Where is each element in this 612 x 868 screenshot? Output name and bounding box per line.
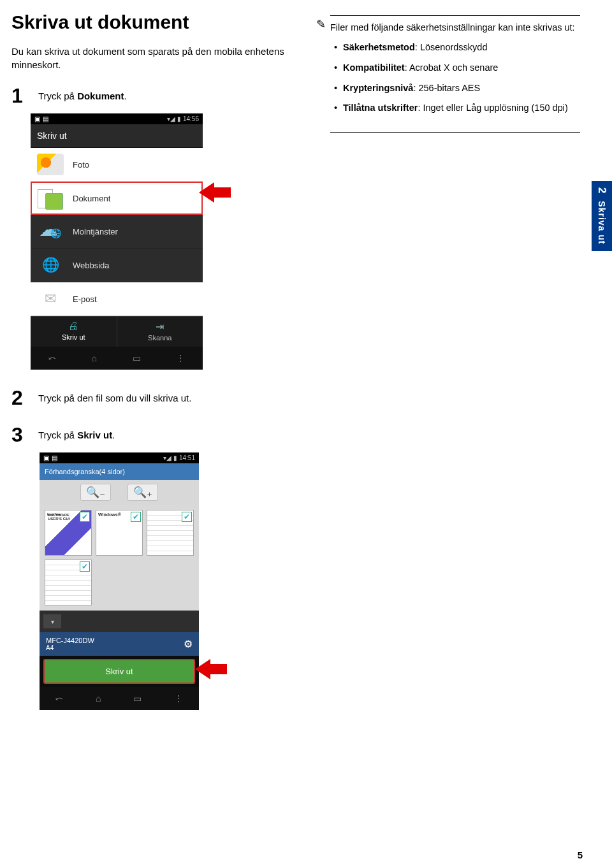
- phone1-item-dokument[interactable]: Dokument: [31, 182, 203, 215]
- step-3: 3 Tryck på Skriv ut.: [11, 424, 580, 445]
- status-app-icon: ▤: [43, 115, 48, 122]
- status-time: 14:56: [183, 115, 199, 122]
- gear-icon[interactable]: ⚙: [184, 638, 193, 650]
- phone2-thumb-3[interactable]: ✔: [147, 510, 194, 556]
- note-box: ✎ Filer med följande säkerhetsinställnin…: [330, 15, 580, 133]
- phone2-statusbar: ▣ ▤ ▾◢ ▮ 14:51: [40, 452, 199, 463]
- side-tab: 2 Skriva ut: [592, 181, 612, 251]
- photo-icon: [37, 154, 64, 175]
- phone1-item-dokument-label: Dokument: [73, 194, 110, 203]
- status-app-icon: ▤: [52, 454, 57, 461]
- svg-marker-0: [199, 182, 231, 203]
- battery-icon: ▮: [177, 115, 181, 122]
- note-heading: Filer med följande säkerhetsinställninga…: [330, 21, 580, 34]
- phone2-device-name: MFC-J4420DW: [46, 637, 94, 644]
- step-1-text: Tryck på Dokument.: [38, 85, 127, 106]
- printer-icon: 🖨: [31, 321, 117, 332]
- svg-marker-1: [195, 659, 227, 679]
- checkmark-icon: ✔: [80, 561, 90, 572]
- phone1-statusbar: ▣ ▤ ▾◢ ▮ 14:56: [31, 113, 203, 124]
- step-3-number: 3: [11, 424, 31, 445]
- zoom-out-icon[interactable]: 🔍₋: [80, 484, 111, 501]
- android-recent-icon[interactable]: ▭: [133, 693, 142, 704]
- step-3-text: Tryck på Skriv ut.: [38, 424, 115, 445]
- phone1-item-webb-label: Webbsida: [73, 261, 110, 270]
- android-recent-icon[interactable]: ▭: [133, 353, 141, 363]
- mail-icon: ✉: [37, 287, 64, 310]
- status-time: 14:51: [179, 454, 195, 461]
- phone1-item-foto-label: Foto: [73, 160, 89, 170]
- phone2-header: Förhandsgranska(4 sidor): [40, 463, 199, 480]
- phone2-paper-size: A4: [46, 644, 94, 651]
- phone2-device-bar[interactable]: MFC-J4420DW A4 ⚙: [40, 632, 199, 656]
- phone2-dropdown[interactable]: ▾: [43, 614, 61, 628]
- intro-text: Du kan skriva ut dokument som sparats på…: [11, 45, 305, 71]
- side-tab-label: Skriva ut: [597, 201, 607, 244]
- step-2-text: Tryck på den fil som du vill skriva ut.: [38, 387, 191, 408]
- document-icon: [38, 188, 63, 208]
- checkmark-icon: ✔: [80, 512, 90, 522]
- phone1-item-epost[interactable]: ✉ E-post: [31, 282, 203, 316]
- cloud-icon: [38, 222, 63, 241]
- side-tab-number: 2: [595, 187, 608, 194]
- page-number: 5: [578, 850, 583, 860]
- checkmark-icon: ✔: [182, 512, 192, 522]
- note-item-4: Tillåtna utskrifter: Inget eller Låg upp…: [343, 101, 580, 115]
- phone2-print-button[interactable]: Skriv ut: [43, 659, 195, 684]
- phone2-thumb-2[interactable]: ✔: [96, 510, 143, 556]
- step-1: 1 Tryck på Dokument.: [11, 85, 305, 106]
- phone1-item-webb[interactable]: 🌐 Webbsida: [31, 249, 203, 282]
- pencil-icon: ✎: [316, 17, 326, 31]
- android-back-icon[interactable]: ⤺: [48, 353, 56, 363]
- phone2-thumb-1[interactable]: ✔: [45, 510, 92, 556]
- page-title: Skriva ut dokument: [11, 11, 305, 33]
- phone1-item-moln[interactable]: Molntjänster: [31, 215, 203, 249]
- step-2: 2 Tryck på den fil som du vill skriva ut…: [11, 387, 580, 408]
- red-arrow-annotation: [195, 656, 227, 682]
- android-home-icon[interactable]: ⌂: [96, 693, 101, 704]
- phone2-thumb-4[interactable]: ✔: [45, 560, 92, 605]
- android-menu-icon[interactable]: ⋮: [174, 693, 183, 704]
- wifi-icon: ▾◢: [163, 454, 171, 461]
- android-back-icon[interactable]: ⤺: [55, 693, 63, 704]
- note-item-3: Krypteringsnivå: 256-bitars AES: [343, 82, 580, 96]
- note-item-2: Kompatibilitet: Acrobat X och senare: [343, 61, 580, 75]
- phone-screenshot-1: ▣ ▤ ▾◢ ▮ 14:56 Skriv ut Foto: [31, 113, 203, 370]
- android-home-icon[interactable]: ⌂: [91, 353, 96, 363]
- note-item-1: Säkerhetsmetod: Lösenordsskydd: [343, 41, 580, 55]
- red-arrow-annotation: [199, 180, 231, 205]
- checkmark-icon: ✔: [131, 512, 141, 522]
- scanner-icon: ⇥: [117, 321, 203, 333]
- phone1-title: Skriv ut: [31, 124, 203, 148]
- wifi-icon: ▾◢: [167, 115, 175, 122]
- phone1-tab-print[interactable]: 🖨 Skriv ut: [31, 317, 117, 347]
- status-app-icon: ▣: [43, 454, 49, 461]
- zoom-in-icon[interactable]: 🔍₊: [127, 484, 158, 501]
- phone-screenshot-2: ▣ ▤ ▾◢ ▮ 14:51 Förhandsgranska(4 sidor) …: [40, 452, 199, 710]
- android-menu-icon[interactable]: ⋮: [176, 353, 185, 363]
- status-app-icon: ▣: [34, 115, 40, 122]
- battery-icon: ▮: [173, 454, 177, 461]
- globe-icon: 🌐: [37, 254, 64, 277]
- step-1-number: 1: [11, 85, 31, 106]
- phone1-item-foto[interactable]: Foto: [31, 148, 203, 182]
- phone1-item-epost-label: E-post: [73, 294, 97, 304]
- step-2-number: 2: [11, 387, 31, 408]
- phone1-item-moln-label: Molntjänster: [73, 227, 118, 236]
- phone1-tab-scan[interactable]: ⇥ Skanna: [117, 317, 203, 347]
